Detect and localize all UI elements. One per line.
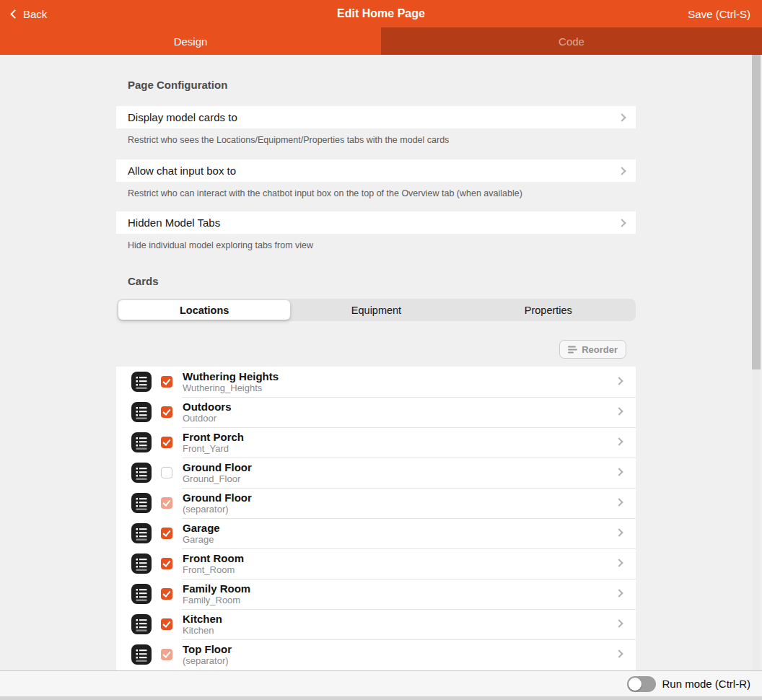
chevron-right-icon [615,437,623,445]
page-content: Page Configuration Display model cards t… [0,55,762,670]
card-row-text: Ground Floor (separator) [183,492,252,514]
location-cards-list: Wuthering Heights Wuthering_Heights [116,367,636,670]
chevron-right-icon [615,377,623,385]
card-subtitle: Front_Yard [183,444,244,453]
config-row-display-model-cards[interactable]: Display model cards to [116,106,636,128]
card-subtitle: Front_Room [183,565,244,574]
vertical-scrollbar-thumb[interactable] [752,55,761,369]
card-visible-checkbox[interactable] [161,437,172,448]
card-visible-checkbox[interactable] [161,649,172,660]
vertical-scrollbar-track[interactable] [752,55,761,670]
chevron-right-icon [615,589,623,597]
run-mode-toggle[interactable] [627,676,656,692]
section-title-cards: Cards [116,275,636,288]
card-subtitle: Kitchen [183,626,222,635]
reorder-label: Reorder [582,344,618,355]
card-row[interactable]: Ground Floor Ground_Floor [116,458,636,488]
drag-handle-icon[interactable] [131,614,152,634]
drag-handle-icon[interactable] [131,523,152,543]
chevron-right-icon [615,528,623,536]
card-visible-checkbox[interactable] [161,588,172,600]
config-row-allow-chat-input[interactable]: Allow chat input box to [116,159,636,182]
card-row[interactable]: Kitchen Kitchen [116,609,636,639]
config-row-hidden-model-tabs[interactable]: Hidden Model Tabs [116,211,636,234]
card-row[interactable]: Front Porch Front_Yard [116,427,636,458]
card-row-text: Ground Floor Ground_Floor [183,462,252,484]
reorder-button[interactable]: Reorder [559,340,626,359]
card-title: Front Room [183,553,244,564]
save-button[interactable]: Save (Ctrl-S) [688,8,750,20]
drag-handle-icon[interactable] [131,402,152,422]
card-title: Ground Floor [183,492,252,503]
card-row-text: Family Room Family_Room [183,583,250,605]
chevron-right-icon [618,219,626,227]
card-title: Wuthering Heights [183,371,279,382]
chevron-right-icon [618,113,626,121]
drag-handle-icon[interactable] [131,493,152,513]
chevron-right-icon [615,468,623,476]
card-title: Family Room [183,583,250,594]
card-title: Kitchen [183,613,222,624]
reorder-row: Reorder [116,340,636,359]
drag-handle-icon[interactable] [131,554,152,574]
cards-segmented-control: Locations Equipment Properties [117,299,636,321]
segment-locations[interactable]: Locations [118,300,290,320]
drag-handle-icon[interactable] [131,432,152,452]
card-visible-checkbox[interactable] [161,376,172,388]
toggle-knob [629,678,641,691]
config-row-description: Restrict who sees the Locations/Equipmen… [128,135,624,145]
chevron-right-icon [615,619,623,627]
card-row-text: Top Floor (separator) [183,644,232,665]
card-row[interactable]: Ground Floor (separator) [116,488,636,518]
config-row-description: Restrict who can interact with the chatb… [128,188,624,198]
card-subtitle: Wuthering_Heights [183,383,279,393]
edit-home-page-window: Back Edit Home Page Save (Ctrl-S) Design… [0,0,762,700]
navbar: Back Edit Home Page Save (Ctrl-S) [0,0,762,27]
card-row[interactable]: Front Room Front_Room [116,548,636,579]
tab-design[interactable]: Design [0,27,381,55]
chevron-right-icon [615,649,623,657]
segment-properties[interactable]: Properties [463,300,634,320]
card-title: Outdoors [183,401,232,412]
segment-equipment[interactable]: Equipment [290,300,462,320]
card-title: Ground Floor [183,462,252,473]
card-subtitle: (separator) [183,504,252,514]
section-title-page-configuration: Page Configuration [116,79,636,92]
card-row[interactable]: Outdoors Outdoor [116,397,636,427]
sort-icon [568,346,577,354]
config-row-label: Display model cards to [128,111,237,123]
card-title: Top Floor [183,644,232,655]
run-mode-label: Run mode (Ctrl-R) [662,678,750,690]
config-row-label: Allow chat input box to [128,165,236,177]
tab-code[interactable]: Code [381,27,762,55]
card-row-text: Outdoors Outdoor [183,401,232,423]
card-visible-checkbox[interactable] [161,528,172,539]
card-row[interactable]: Top Floor (separator) [116,639,636,670]
chevron-right-icon [618,167,626,175]
card-row-text: Front Room Front_Room [183,553,244,574]
card-visible-checkbox[interactable] [161,406,172,418]
card-row-text: Wuthering Heights Wuthering_Heights [183,371,279,393]
card-subtitle: Ground_Floor [183,474,252,484]
card-subtitle: Outdoor [183,414,232,423]
card-visible-checkbox[interactable] [161,467,172,478]
back-button[interactable]: Back [12,8,47,20]
horizontal-scrollbar-track[interactable] [0,696,762,700]
drag-handle-icon[interactable] [131,584,152,604]
card-visible-checkbox[interactable] [161,497,172,509]
card-subtitle: Garage [183,535,220,544]
card-visible-checkbox[interactable] [161,558,172,569]
bottom-toolbar: Run mode (Ctrl-R) [0,670,762,696]
drag-handle-icon[interactable] [131,372,152,392]
drag-handle-icon[interactable] [131,644,152,665]
card-visible-checkbox[interactable] [161,618,172,630]
card-row[interactable]: Garage Garage [116,518,636,548]
card-row[interactable]: Wuthering Heights Wuthering_Heights [116,367,636,397]
drag-handle-icon[interactable] [131,463,152,483]
chevron-right-icon [615,407,623,415]
chevron-left-icon [10,9,19,19]
page-title: Edit Home Page [0,7,762,20]
config-row-label: Hidden Model Tabs [128,216,220,229]
card-row[interactable]: Family Room Family_Room [116,579,636,609]
card-title: Front Porch [183,432,244,442]
